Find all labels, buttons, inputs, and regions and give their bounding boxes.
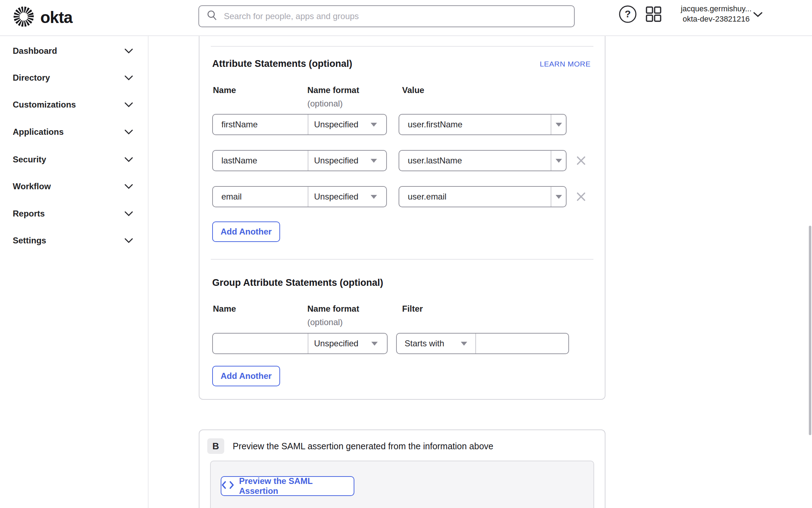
chevron-down-icon: [124, 184, 134, 189]
okta-logo[interactable]: okta: [13, 6, 72, 29]
value-combo: user.firstName: [399, 114, 567, 135]
global-search-input[interactable]: Search for people, apps and groups: [198, 5, 575, 27]
name-format-value: Unspecified: [308, 120, 358, 129]
search-icon: [206, 10, 218, 23]
value-select-caret-button[interactable]: [551, 187, 566, 207]
chevron-down-icon: [124, 129, 134, 135]
sidebar-item-customizations[interactable]: Customizations: [0, 94, 148, 115]
help-button[interactable]: ?: [619, 5, 637, 23]
value-select-caret-button[interactable]: [551, 115, 566, 134]
column-header-name: Name: [213, 85, 236, 96]
attribute-name-value: email: [213, 192, 242, 202]
filter-type-value: Starts with: [397, 339, 444, 348]
select-caret-icon: [371, 342, 378, 346]
attribute-value-text: user.lastName: [399, 156, 462, 166]
sidebar-item-label: Dashboard: [13, 46, 57, 56]
value-select-caret-button[interactable]: [551, 151, 566, 171]
chevron-down-icon: [124, 238, 134, 243]
preview-button-label: Preview the SAML Assertion: [239, 476, 354, 496]
top-bar: okta Search for people, apps and groups …: [0, 0, 812, 36]
group-name-input[interactable]: [213, 334, 308, 353]
select-caret-icon: [371, 123, 377, 127]
column-header-name: Name: [213, 304, 236, 314]
name-format-select[interactable]: Unspecified: [308, 115, 386, 134]
name-format-group: email Unspecified: [212, 186, 387, 207]
chevron-down-icon: [124, 75, 134, 81]
attribute-value-input[interactable]: user.firstName: [399, 115, 551, 134]
name-format-group: lastName Unspecified: [212, 150, 387, 171]
sidebar-item-label: Reports: [13, 209, 45, 219]
group-format-select[interactable]: Unspecified: [308, 334, 387, 353]
step-b-badge: B: [207, 438, 224, 454]
sidebar-item-reports[interactable]: Reports: [0, 203, 148, 224]
attribute-name-input[interactable]: email: [213, 187, 308, 207]
remove-row-button[interactable]: [575, 191, 587, 203]
sidebar-item-label: Applications: [13, 127, 64, 137]
code-icon: [221, 480, 234, 492]
attribute-name-input[interactable]: firstName: [213, 115, 308, 134]
column-note-optional: (optional): [307, 317, 343, 328]
okta-wordmark: okta: [40, 8, 72, 27]
attribute-row: email Unspecified user.email: [199, 186, 605, 207]
filter-group: Starts with: [396, 333, 569, 354]
sidebar-item-applications[interactable]: Applications: [0, 121, 148, 143]
filter-value-input[interactable]: [476, 334, 568, 353]
sidebar-item-dashboard[interactable]: Dashboard: [0, 40, 148, 62]
name-format-select[interactable]: Unspecified: [308, 151, 386, 171]
sidebar-item-label: Security: [13, 155, 46, 164]
group-attribute-statements-title: Group Attribute Statements (optional): [212, 275, 383, 290]
column-header-name-format: Name format: [307, 304, 359, 314]
attribute-row: firstName Unspecified user.firstName: [199, 114, 605, 135]
learn-more-link[interactable]: LEARN MORE: [540, 59, 591, 69]
sidebar-item-label: Directory: [13, 73, 50, 83]
value-combo: user.email: [399, 186, 567, 207]
sidebar-item-workflow[interactable]: Workflow: [0, 176, 148, 197]
select-caret-icon: [461, 342, 467, 346]
saml-preview-card: B Preview the SAML assertion generated f…: [199, 429, 605, 508]
name-format-select[interactable]: Unspecified: [308, 187, 386, 207]
apps-grid-button[interactable]: [644, 4, 663, 24]
search-placeholder: Search for people, apps and groups: [224, 11, 359, 21]
side-nav: Dashboard Directory Customizations Appli…: [0, 36, 149, 508]
account-chevron-down-icon[interactable]: [752, 11, 764, 20]
column-header-name-format: Name format: [307, 85, 359, 96]
name-format-value: Unspecified: [308, 156, 358, 166]
select-caret-icon: [371, 195, 377, 199]
section-divider: [211, 46, 593, 47]
select-caret-icon: [556, 195, 562, 199]
add-another-group-attribute-button[interactable]: Add Another: [212, 366, 280, 386]
preview-section-title: Preview the SAML assertion generated fro…: [233, 440, 493, 452]
svg-text:?: ?: [625, 8, 631, 19]
sidebar-item-settings[interactable]: Settings: [0, 230, 148, 251]
chevron-down-icon: [124, 211, 134, 217]
sidebar-item-label: Workflow: [13, 181, 51, 191]
add-another-attribute-button[interactable]: Add Another: [212, 221, 280, 242]
sidebar-item-label: Customizations: [13, 100, 76, 110]
preview-saml-assertion-button[interactable]: Preview the SAML Assertion: [221, 476, 354, 496]
name-format-value: Unspecified: [308, 192, 358, 202]
vertical-scrollbar[interactable]: [809, 226, 811, 435]
chevron-down-icon: [124, 157, 134, 162]
attribute-value-text: user.firstName: [399, 120, 463, 129]
select-caret-icon: [556, 123, 562, 127]
select-caret-icon: [556, 159, 562, 163]
attribute-value-input[interactable]: user.email: [399, 187, 551, 207]
attribute-name-input[interactable]: lastName: [213, 151, 308, 171]
attribute-row: lastName Unspecified user.lastName: [199, 150, 605, 171]
chevron-down-icon: [124, 102, 134, 108]
group-attribute-row: Unspecified Starts with: [199, 333, 605, 354]
attribute-name-value: firstName: [213, 120, 258, 129]
sidebar-item-security[interactable]: Security: [0, 149, 148, 170]
chevron-down-icon: [124, 48, 134, 54]
okta-starburst-icon: [13, 6, 35, 29]
section-divider: [211, 259, 593, 260]
sidebar-item-label: Settings: [13, 236, 46, 246]
column-header-value: Value: [402, 85, 424, 96]
filter-type-select[interactable]: Starts with: [397, 334, 475, 353]
attribute-statements-title: Attribute Statements (optional): [212, 56, 352, 71]
sidebar-item-directory[interactable]: Directory: [0, 67, 148, 88]
name-format-group: firstName Unspecified: [212, 114, 387, 135]
remove-row-button[interactable]: [575, 155, 587, 167]
attribute-value-input[interactable]: user.lastName: [399, 151, 551, 171]
select-caret-icon: [371, 159, 377, 163]
